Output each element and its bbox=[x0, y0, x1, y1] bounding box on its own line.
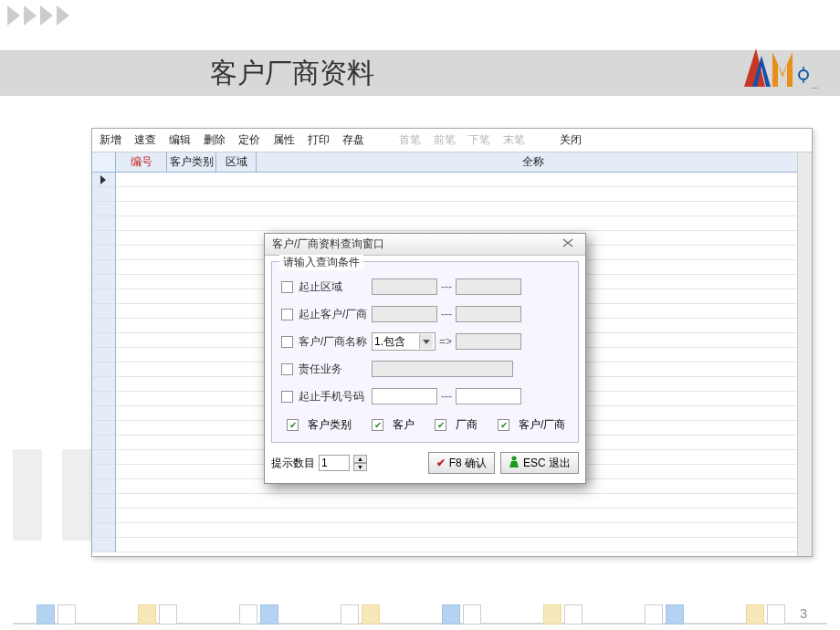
chevron-down-icon bbox=[419, 334, 433, 349]
row-header[interactable] bbox=[92, 392, 116, 406]
checkbox-responsibility[interactable] bbox=[281, 363, 293, 375]
menu-price[interactable]: 定价 bbox=[238, 132, 260, 148]
input-region-from[interactable] bbox=[372, 278, 437, 295]
row-header[interactable] bbox=[92, 275, 116, 289]
row-header[interactable] bbox=[92, 421, 116, 436]
row-header[interactable] bbox=[92, 362, 116, 377]
row-header[interactable] bbox=[92, 509, 116, 523]
row-header[interactable] bbox=[92, 216, 116, 231]
input-responsibility[interactable] bbox=[372, 361, 513, 377]
row-header[interactable] bbox=[92, 523, 116, 538]
dialog-titlebar[interactable]: 客户/厂商资料查询窗口 bbox=[265, 234, 585, 256]
menu-print[interactable]: 打印 bbox=[308, 132, 330, 148]
input-name-match[interactable] bbox=[456, 333, 521, 350]
checkbox-cat-vendor[interactable]: 厂商 bbox=[435, 417, 478, 433]
field-customer-range: 起止客户/厂商 --- bbox=[281, 302, 569, 326]
select-match-value: 1.包含 bbox=[374, 334, 405, 350]
page-number: 3 bbox=[800, 606, 807, 621]
table-row[interactable] bbox=[116, 187, 811, 202]
arrow-indicator: => bbox=[439, 335, 452, 348]
triangle-icon bbox=[7, 5, 20, 26]
row-header[interactable] bbox=[92, 348, 116, 362]
table-row[interactable] bbox=[116, 173, 811, 187]
checkbox-cat-customer[interactable]: 客户 bbox=[372, 417, 415, 433]
label-cat-customer-type: 客户类别 bbox=[308, 417, 352, 433]
logo: … bbox=[741, 41, 824, 95]
separator: --- bbox=[441, 308, 452, 320]
dialog-title: 客户/厂商资料查询窗口 bbox=[272, 236, 384, 252]
vertical-scrollbar[interactable] bbox=[797, 152, 812, 556]
column-header-fullname[interactable]: 全称 bbox=[257, 152, 811, 173]
column-header-category[interactable]: 客户类别 bbox=[167, 152, 216, 173]
label-cat-vendor: 厂商 bbox=[456, 417, 478, 433]
table-row[interactable] bbox=[116, 509, 811, 523]
checkbox-customer-range[interactable] bbox=[281, 309, 293, 320]
cancel-button[interactable]: ESC 退出 bbox=[500, 452, 579, 474]
dialog-close-button[interactable] bbox=[556, 236, 580, 251]
row-header[interactable] bbox=[92, 538, 116, 552]
query-groupbox: 请输入查询条件 起止区域 --- 起止客户/厂商 --- 客户/厂商名称 1.包 bbox=[271, 261, 579, 443]
input-customer-to[interactable] bbox=[456, 306, 521, 322]
spin-up-icon[interactable]: ▲ bbox=[353, 455, 367, 463]
menu-save[interactable]: 存盘 bbox=[342, 132, 364, 148]
spin-down-icon[interactable]: ▼ bbox=[353, 463, 367, 471]
table-row[interactable] bbox=[116, 202, 811, 216]
confirm-button[interactable]: ✔ F8 确认 bbox=[428, 452, 495, 474]
row-header[interactable] bbox=[92, 465, 116, 479]
row-header[interactable] bbox=[92, 333, 116, 348]
hint-count-spinbox[interactable]: 1 bbox=[319, 455, 350, 471]
label-cat-customer: 客户 bbox=[393, 417, 415, 433]
input-customer-from[interactable] bbox=[372, 306, 437, 322]
row-header[interactable] bbox=[92, 246, 116, 260]
row-header[interactable] bbox=[92, 406, 116, 421]
menu-close[interactable]: 关闭 bbox=[560, 132, 582, 148]
label-customer-range: 起止客户/厂商 bbox=[299, 307, 372, 322]
table-row[interactable] bbox=[116, 538, 811, 552]
input-region-to[interactable] bbox=[456, 278, 521, 295]
row-header[interactable] bbox=[92, 173, 116, 187]
menu-edit[interactable]: 编辑 bbox=[169, 132, 191, 148]
input-phone-to[interactable] bbox=[456, 388, 521, 404]
spin-buttons[interactable]: ▲ ▼ bbox=[353, 455, 367, 471]
checkbox-region[interactable] bbox=[281, 281, 293, 293]
triangle-icon bbox=[57, 5, 69, 26]
column-header-id[interactable]: 编号 bbox=[116, 152, 167, 173]
bottom-decoration bbox=[0, 623, 840, 630]
separator: --- bbox=[441, 390, 452, 403]
confirm-button-label: F8 确认 bbox=[449, 456, 487, 471]
row-header[interactable] bbox=[92, 494, 116, 509]
row-header[interactable] bbox=[92, 479, 116, 494]
row-header[interactable] bbox=[92, 304, 116, 319]
row-header[interactable] bbox=[92, 187, 116, 202]
row-header[interactable] bbox=[92, 260, 116, 275]
table-row[interactable] bbox=[116, 216, 811, 231]
table-row[interactable] bbox=[116, 523, 811, 538]
checkbox-cat-both[interactable]: 客户/厂商 bbox=[498, 417, 565, 433]
field-phone-range: 起止手机号码 --- bbox=[281, 384, 569, 408]
menu-quick-search[interactable]: 速查 bbox=[134, 132, 156, 148]
checkbox-name-match[interactable] bbox=[281, 336, 293, 348]
column-header-region[interactable]: 区域 bbox=[216, 152, 257, 173]
row-header[interactable] bbox=[92, 436, 116, 450]
check-icon: ✔ bbox=[436, 457, 446, 469]
table-row[interactable] bbox=[116, 494, 811, 509]
menu-nav-prev: 前笔 bbox=[434, 132, 456, 148]
menu-delete[interactable]: 删除 bbox=[204, 132, 226, 148]
row-header[interactable] bbox=[92, 319, 116, 333]
cancel-button-label: ESC 退出 bbox=[523, 456, 571, 471]
column-headers: 编号 客户类别 区域 全称 bbox=[116, 152, 811, 173]
checkbox-phone[interactable] bbox=[281, 391, 293, 403]
grid-corner bbox=[92, 152, 116, 173]
row-header[interactable] bbox=[92, 202, 116, 216]
menu-properties[interactable]: 属性 bbox=[273, 132, 295, 148]
input-phone-from[interactable] bbox=[372, 388, 437, 404]
row-header[interactable] bbox=[92, 450, 116, 465]
select-match-mode[interactable]: 1.包含 bbox=[372, 332, 436, 351]
checkbox-cat-customer-type[interactable]: 客户类别 bbox=[287, 417, 352, 433]
slide-header: 客户厂商资料 … bbox=[0, 50, 840, 96]
row-header[interactable] bbox=[92, 231, 116, 246]
menu-nav-last: 末笔 bbox=[503, 132, 525, 148]
row-header[interactable] bbox=[92, 289, 116, 304]
row-header[interactable] bbox=[92, 377, 116, 392]
menu-new[interactable]: 新增 bbox=[100, 132, 121, 148]
